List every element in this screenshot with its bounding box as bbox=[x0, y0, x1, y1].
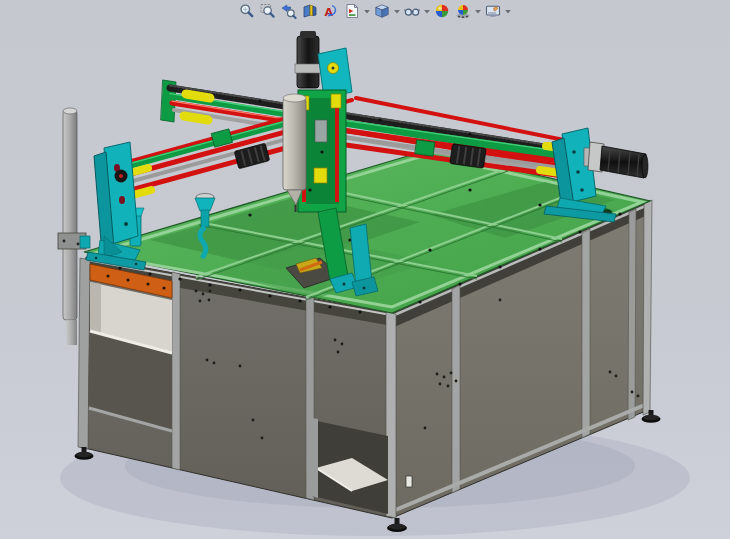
annotation-views-button[interactable]: A bbox=[321, 2, 340, 21]
previous-view-button[interactable] bbox=[279, 2, 298, 21]
rotate-a-icon: A bbox=[323, 3, 339, 19]
z-motor[interactable] bbox=[297, 36, 319, 88]
zoom-to-area-button[interactable] bbox=[258, 2, 277, 21]
3d-viewport[interactable] bbox=[0, 0, 730, 539]
view-orientation-button[interactable] bbox=[342, 2, 361, 21]
dropdown-arrow-icon[interactable] bbox=[473, 2, 482, 21]
zoom-to-fit-button[interactable] bbox=[237, 2, 256, 21]
view-orientation-icon bbox=[344, 3, 360, 19]
dropdown-arrow-icon[interactable] bbox=[503, 2, 512, 21]
display-style-icon bbox=[374, 3, 390, 19]
appearance-sphere-icon bbox=[434, 3, 450, 19]
eyeglasses-icon bbox=[404, 3, 420, 19]
display-style-button[interactable] bbox=[372, 2, 391, 21]
section-view-icon bbox=[302, 3, 318, 19]
zoom-area-icon bbox=[260, 3, 276, 19]
dropdown-arrow-icon[interactable] bbox=[422, 2, 431, 21]
dropdown-arrow-icon[interactable] bbox=[392, 2, 401, 21]
apply-scene-button[interactable] bbox=[453, 2, 472, 21]
svg-text:A: A bbox=[324, 6, 333, 19]
section-view-button[interactable] bbox=[300, 2, 319, 21]
scene-sphere-icon bbox=[455, 3, 471, 19]
hide-show-items-button[interactable] bbox=[402, 2, 421, 21]
edit-appearance-button[interactable] bbox=[432, 2, 451, 21]
view-settings-icon bbox=[485, 3, 501, 19]
view-settings-button[interactable] bbox=[483, 2, 502, 21]
heads-up-view-toolbar: A bbox=[236, 1, 512, 21]
previous-view-icon bbox=[281, 3, 297, 19]
dropdown-arrow-icon[interactable] bbox=[362, 2, 371, 21]
cad-viewport-window: A bbox=[0, 0, 730, 539]
zoom-fit-icon bbox=[239, 3, 255, 19]
